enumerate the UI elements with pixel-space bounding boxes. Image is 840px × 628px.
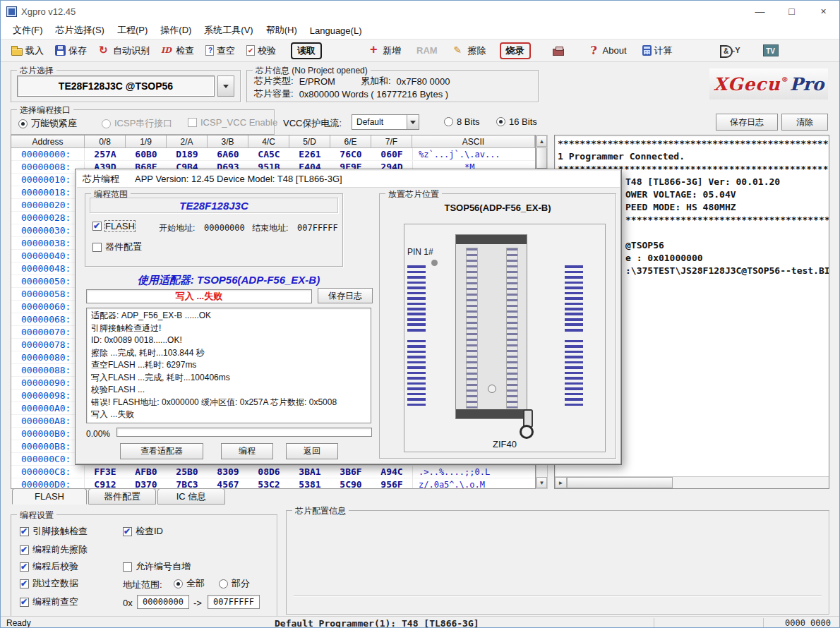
load-button[interactable]: 载入 xyxy=(9,43,46,59)
scroll-up-button[interactable] xyxy=(536,135,547,147)
hex-column-header[interactable]: 2/A xyxy=(167,135,208,148)
check-id-checkbox[interactable]: 检查ID xyxy=(123,525,163,538)
hex-cell[interactable]: AFB0 xyxy=(126,466,167,478)
scroll-right-button[interactable] xyxy=(555,477,567,488)
menu-item-4[interactable]: 系统工具(V) xyxy=(198,24,259,37)
erase-before-checkbox[interactable]: 编程前先擦除 xyxy=(20,543,88,556)
scroll-thumb[interactable] xyxy=(567,477,673,488)
hex-column-header[interactable]: 7/F xyxy=(371,135,412,148)
blank-check-button[interactable]: 查空 xyxy=(203,43,237,59)
minimize-button[interactable]: — xyxy=(744,1,776,22)
hex-cell[interactable]: E261 xyxy=(289,148,330,160)
skip-blank-checkbox[interactable]: 跳过空数据 xyxy=(20,577,78,590)
menu-item-2[interactable]: 工程(P) xyxy=(111,24,154,37)
hex-column-header[interactable]: 5/D xyxy=(289,135,330,148)
check-id-button[interactable]: 检查 xyxy=(159,43,196,59)
dialog-save-log-button[interactable]: 保存日志 xyxy=(318,288,373,303)
hex-cell[interactable]: 6A60 xyxy=(208,148,248,160)
hex-column-header[interactable]: ASCII xyxy=(412,135,535,148)
auto-detect-button[interactable]: 自动识别 xyxy=(96,43,152,59)
save-button[interactable]: 保存 xyxy=(53,43,89,59)
pin-check-checkbox[interactable]: 引脚接触检查 xyxy=(20,525,88,538)
hex-cell[interactable]: 25B0 xyxy=(167,466,208,478)
address-from-input[interactable]: 00000000 xyxy=(137,595,189,609)
menu-item-1[interactable]: 芯片选择(S) xyxy=(49,24,111,37)
icsp-vcc-checkbox[interactable]: ICSP_VCC Enable xyxy=(188,117,277,128)
menu-item-5[interactable]: 帮助(H) xyxy=(260,24,304,37)
erase-button[interactable]: 擦除 xyxy=(451,43,488,59)
vcc-select-arrow-button[interactable] xyxy=(407,115,419,129)
hex-cell[interactable]: D370 xyxy=(126,478,167,489)
range-part-radio[interactable]: 部分 xyxy=(219,577,250,590)
verify-after-checkbox[interactable]: 编程后校验 xyxy=(20,560,78,573)
tab-flash[interactable]: FLASH xyxy=(12,488,87,505)
back-button[interactable]: 返回 xyxy=(286,443,338,459)
hex-cell[interactable]: 4567 xyxy=(208,478,248,489)
chip-select-dropdown-button[interactable] xyxy=(217,76,234,97)
vcc-current-select[interactable]: Default xyxy=(352,114,419,130)
hex-cell[interactable]: 060F xyxy=(371,148,412,160)
hex-cell[interactable]: 60B0 xyxy=(126,148,167,160)
calculator-button[interactable]: 计算 xyxy=(640,43,675,59)
hex-cell[interactable]: 257A xyxy=(85,148,126,160)
8bits-radio[interactable]: 8 Bits xyxy=(444,116,480,127)
view-adapter-button[interactable]: 查看适配器 xyxy=(120,443,203,459)
icsp-serial-radio[interactable]: ICSP串行接口 xyxy=(102,117,172,130)
hex-column-header[interactable]: 6/E xyxy=(330,135,371,148)
new-button[interactable]: 新增 xyxy=(366,43,403,59)
about-button[interactable]: About xyxy=(586,44,629,58)
blank-check-before-checkbox[interactable]: 编程前查空 xyxy=(20,596,78,608)
serial-increment-checkbox[interactable]: 允许编号自增 xyxy=(123,560,191,573)
tv-mode-button[interactable] xyxy=(761,43,781,58)
address-to-input[interactable]: 007FFFFF xyxy=(208,595,260,609)
hex-column-header[interactable]: 0/8 xyxy=(85,135,126,148)
device-config-checkbox[interactable]: 器件配置 xyxy=(92,241,142,253)
menu-item-3[interactable]: 操作(D) xyxy=(154,24,198,37)
save-log-button[interactable]: 保存日志 xyxy=(716,114,778,131)
hex-cell[interactable]: CA5C xyxy=(248,148,289,160)
hex-column-header[interactable]: 3/B xyxy=(208,135,248,148)
log-horizontal-scrollbar[interactable] xyxy=(555,476,829,488)
clear-button[interactable]: 清除 xyxy=(781,114,828,131)
universal-socket-radio[interactable]: 万能锁紧座 xyxy=(18,117,77,130)
burn-button[interactable]: 烧录 xyxy=(500,42,531,59)
close-button[interactable]: × xyxy=(808,1,839,22)
program-button[interactable]: 编程 xyxy=(221,443,273,459)
hex-column-header[interactable]: Address xyxy=(11,135,85,148)
hex-cell[interactable]: 76C0 xyxy=(330,148,371,160)
hex-cell[interactable]: 08D6 xyxy=(248,466,289,478)
ascii-cell[interactable]: z/.0a5^.\.o.M xyxy=(412,478,535,489)
verify-button[interactable]: 校验 xyxy=(244,43,278,59)
tab-ic-info[interactable]: IC 信息 xyxy=(157,488,225,505)
scroll-thumb[interactable] xyxy=(536,147,547,169)
hex-cell[interactable]: 3BA1 xyxy=(289,466,330,478)
hex-cell[interactable]: 7BC3 xyxy=(167,478,208,489)
hex-cell[interactable]: 53C2 xyxy=(248,478,289,489)
ascii-cell[interactable]: %z`...j`.\.av... xyxy=(412,148,535,160)
chip-select-combo[interactable]: TE28F128J3C @TSOP56 xyxy=(17,76,215,97)
logic-tool-button[interactable] xyxy=(712,44,741,58)
hex-cell[interactable]: 5381 xyxy=(289,478,330,489)
menu-item-6[interactable]: Language(L) xyxy=(304,25,368,36)
menu-item-0[interactable]: 文件(F) xyxy=(6,24,49,37)
hex-cell[interactable]: A94C xyxy=(371,466,412,478)
hex-cell[interactable]: D189 xyxy=(167,148,208,160)
range-all-radio[interactable]: 全部 xyxy=(174,577,205,590)
read-button[interactable]: 读取 xyxy=(291,42,322,59)
hex-cell[interactable]: 8309 xyxy=(208,466,248,478)
hex-cell[interactable]: 5C90 xyxy=(330,478,371,489)
hex-column-header[interactable]: 1/9 xyxy=(126,135,167,148)
maximize-button[interactable]: □ xyxy=(776,1,808,22)
checkbox-box xyxy=(20,562,29,572)
hex-cell[interactable]: FF3E xyxy=(85,466,126,478)
print-button[interactable] xyxy=(551,44,566,57)
hex-cell[interactable]: C912 xyxy=(85,478,126,489)
ascii-cell[interactable]: .>..%....;;0.L xyxy=(412,466,535,478)
tab-device-config[interactable]: 器件配置 xyxy=(88,488,156,505)
16bits-radio[interactable]: 16 Bits xyxy=(496,116,537,127)
flash-checkbox[interactable]: FLASH xyxy=(92,221,135,231)
hex-column-header[interactable]: 4/C xyxy=(248,135,289,148)
hex-cell[interactable]: 3B6F xyxy=(330,466,371,478)
scroll-down-button[interactable] xyxy=(536,477,547,488)
hex-cell[interactable]: 956F xyxy=(371,478,412,489)
